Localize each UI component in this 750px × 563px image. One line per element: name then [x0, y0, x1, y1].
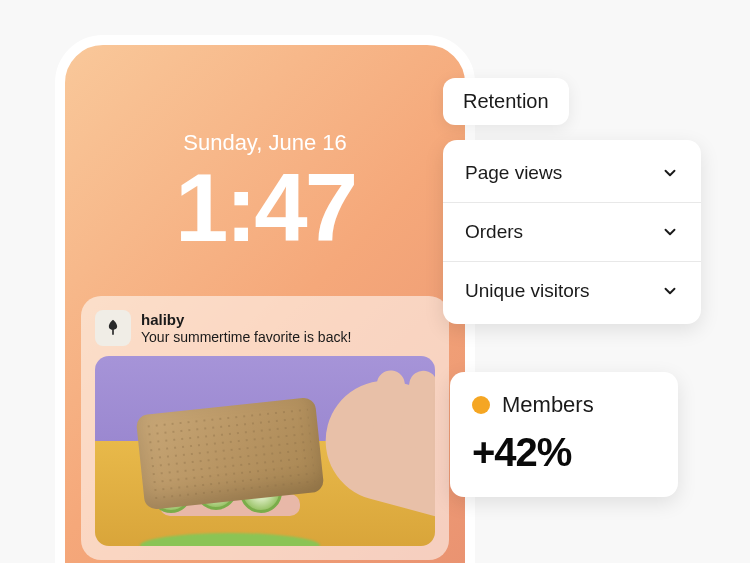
metric-label: Page views: [465, 162, 562, 184]
chevron-down-icon: [661, 223, 679, 241]
notification-app-name: haliby: [141, 311, 435, 328]
retention-label: Retention: [463, 90, 549, 112]
lockscreen-date: Sunday, June 16: [65, 130, 465, 156]
metric-orders[interactable]: Orders: [443, 203, 701, 262]
members-stat-card: Members +42%: [450, 372, 678, 497]
lockscreen-time: 1:47: [65, 160, 465, 256]
metric-page-views[interactable]: Page views: [443, 144, 701, 203]
sprout-icon: [103, 318, 123, 338]
notification-header: haliby Your summertime favorite is back!: [95, 310, 435, 346]
chevron-down-icon: [661, 164, 679, 182]
metric-label: Unique visitors: [465, 280, 590, 302]
phone-lockscreen: Sunday, June 16 1:47 haliby Your summert…: [55, 35, 475, 563]
notification-card[interactable]: haliby Your summertime favorite is back!: [81, 296, 449, 560]
status-dot-icon: [472, 396, 490, 414]
notification-text: haliby Your summertime favorite is back!: [141, 310, 435, 345]
metric-unique-visitors[interactable]: Unique visitors: [443, 262, 701, 320]
metrics-panel: Page views Orders Unique visitors: [443, 140, 701, 324]
sandwich-illustration: [130, 386, 350, 546]
app-icon: [95, 310, 131, 346]
notification-message: Your summertime favorite is back!: [141, 329, 435, 345]
members-header: Members: [472, 392, 656, 418]
retention-pill[interactable]: Retention: [443, 78, 569, 125]
notification-image: [95, 356, 435, 546]
members-label: Members: [502, 392, 594, 418]
metric-label: Orders: [465, 221, 523, 243]
members-value: +42%: [472, 430, 656, 475]
chevron-down-icon: [661, 282, 679, 300]
